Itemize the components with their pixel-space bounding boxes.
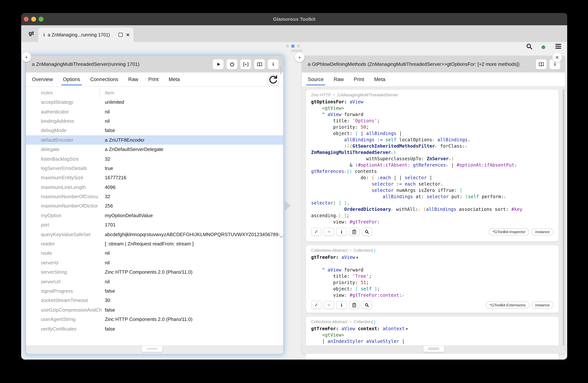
row-index-label: maximumNumberOfConcu: [26, 194, 105, 199]
row-item-value: false: [105, 307, 283, 313]
package-tag[interactable]: instance: [531, 301, 553, 308]
table-row[interactable]: serverIdnil: [26, 258, 283, 267]
row-index-label: debugMode: [26, 128, 105, 133]
tab-meta[interactable]: Meta: [374, 77, 385, 82]
table-row[interactable]: delegatea ZnDefaultServerDelegate: [26, 145, 283, 154]
breadcrumb[interactable]: Collections-Abstract>Collection{ }: [311, 319, 553, 325]
clipboard-button[interactable]: [349, 301, 359, 309]
search-icon[interactable]: [526, 43, 533, 50]
package-tag[interactable]: instance: [531, 228, 553, 235]
add-pane-left-button[interactable]: +: [21, 52, 31, 62]
table-row[interactable]: signalProgressfalse: [26, 286, 283, 296]
table-row[interactable]: maximumLineLength4096: [26, 182, 283, 192]
row-item-value: a ZnUTF8Encoder: [105, 137, 283, 143]
method-card: Zinc-HTTP>ZnManagingMultiThreadedServerg…: [306, 89, 559, 242]
table-row[interactable]: routenil: [26, 249, 283, 258]
play-button[interactable]: [213, 59, 224, 69]
close-pane-button[interactable]: ✕: [552, 52, 562, 62]
tab-meta[interactable]: Meta: [168, 77, 180, 82]
resize-handle[interactable]: [423, 345, 444, 352]
clipboard-button[interactable]: [349, 228, 359, 236]
left-pane-header: a ZnManagingMultiThreadedServer(running …: [26, 56, 283, 72]
row-item-value: abcdefghijklmnopqrstuvwxyzABCDEFGHIJKLMN…: [105, 232, 283, 237]
row-index-label: bindingAddress: [26, 118, 105, 124]
info-button[interactable]: i: [336, 228, 347, 236]
package-tag[interactable]: *GToolkit-Extensions: [486, 301, 529, 308]
tab-raw[interactable]: Raw: [128, 77, 138, 82]
close-icon[interactable]: ✕: [126, 32, 130, 37]
column-header-item: Item: [105, 90, 114, 95]
table-row[interactable]: socketStreamTimeout30: [26, 296, 283, 305]
resize-handle[interactable]: [141, 345, 163, 352]
pager-square-active[interactable]: [291, 45, 294, 48]
book-button[interactable]: [254, 59, 265, 69]
table-row[interactable]: queryKeyValueSafeSetabcdefghijklmnopqrst…: [26, 230, 283, 239]
main-tab[interactable]: i a ZnManaging...running 1701) ✕: [38, 27, 133, 42]
tab-print[interactable]: Print: [354, 77, 364, 82]
table-row[interactable]: port1701: [26, 220, 283, 230]
breadcrumb[interactable]: Zinc-HTTP>ZnManagingMultiThreadedServer: [311, 93, 553, 98]
check-button[interactable]: ✓: [311, 301, 321, 309]
right-pane-scrollbar[interactable]: [563, 89, 564, 346]
tab-raw[interactable]: Raw: [334, 77, 344, 82]
right-pane-footer: [302, 345, 565, 354]
add-pane-right-button[interactable]: +: [295, 52, 304, 62]
table-row[interactable]: authenticatornil: [26, 107, 283, 116]
tab-source[interactable]: Source: [308, 77, 324, 82]
tab-print[interactable]: Print: [148, 77, 159, 82]
refresh-button[interactable]: [268, 74, 279, 85]
menu-icon[interactable]: [555, 43, 562, 50]
search-button[interactable]: [362, 301, 372, 309]
right-pane-title: a GtPhlowDefiningMethods (ZnManagingMult…: [302, 61, 536, 67]
book-button[interactable]: [536, 59, 547, 69]
table-row[interactable]: defaultEncodera ZnUTF8Encoder: [26, 135, 283, 145]
table-row[interactable]: serverStringZinc HTTP Components 2.0 (Ph…: [26, 267, 283, 277]
table-row[interactable]: serverUrlnil: [26, 277, 283, 286]
power-button[interactable]: [226, 59, 237, 69]
table-row[interactable]: logServerErrorDetailstrue: [26, 163, 283, 173]
table-row[interactable]: bindingAddressnil: [26, 116, 283, 126]
minus-button[interactable]: −: [324, 228, 334, 236]
code-editor[interactable]: gtTreeFor: aView ▾ ^ aView forward title…: [311, 254, 553, 298]
search-button[interactable]: [362, 228, 372, 236]
minus-button[interactable]: −: [324, 301, 334, 309]
row-index-label: maximumEntitySize: [26, 175, 105, 181]
package-tag[interactable]: *GToolkit-Inspector: [489, 228, 529, 235]
table-row[interactable]: userAgentStringZinc HTTP Components 2.0 …: [26, 315, 283, 324]
pager-bar[interactable]: [291, 50, 303, 52]
table-row[interactable]: debugModefalse: [26, 126, 283, 135]
table-row[interactable]: useGzipCompressionAndChfalse: [26, 305, 283, 315]
table-row[interactable]: maximumEntitySize16777216: [26, 173, 283, 182]
row-item-value: myOptionDefaultValue: [105, 213, 283, 218]
tab-options[interactable]: Options: [63, 77, 80, 82]
table-row[interactable]: verifyCertificatesfalse: [26, 324, 283, 334]
expand-chevron-icon[interactable]: [285, 201, 291, 211]
method-cards: Zinc-HTTP>ZnManagingMultiThreadedServerg…: [306, 89, 559, 360]
column-divider[interactable]: [100, 88, 100, 97]
info-button[interactable]: i: [336, 301, 347, 309]
play-bracket-button[interactable]: [240, 59, 251, 69]
table-row[interactable]: listenBacklogSize32: [26, 154, 283, 164]
tab-overview[interactable]: Overview: [32, 77, 53, 82]
table-row[interactable]: acceptStrategyunlimited: [26, 97, 283, 107]
card-footer: ✓−i*GToolkit-Extensionsinstance: [311, 301, 553, 309]
pager-square[interactable]: [297, 45, 300, 48]
table-row[interactable]: myOptionmyOptionDefaultValue: [26, 211, 283, 220]
table-row[interactable]: reader[ :stream | ZnRequest readFrom: st…: [26, 239, 283, 249]
tab-label: a ZnManaging...running 1701): [48, 32, 117, 37]
window-title: Glamorous Toolkit: [21, 13, 567, 25]
check-button[interactable]: ✓: [311, 228, 321, 236]
info-button[interactable]: i: [268, 59, 279, 69]
pager-square[interactable]: [286, 45, 289, 48]
tab-connections[interactable]: Connections: [90, 77, 118, 82]
table-scrollbar[interactable]: [280, 66, 281, 74]
left-pane-footer: [26, 345, 283, 354]
methods-pane: a GtPhlowDefiningMethods (ZnManagingMult…: [302, 56, 565, 354]
code-editor[interactable]: gtOptionsFor: aView <gtView> ^ aView for…: [311, 99, 553, 225]
row-index-label: listenBacklogSize: [26, 156, 105, 162]
table-row[interactable]: maximumNumberOfConcu32: [26, 192, 283, 201]
row-item-value: nil: [105, 118, 283, 124]
breadcrumb[interactable]: Collections-Abstract>Collection{ }: [311, 248, 553, 254]
table-row[interactable]: maximumNumberOfDictior256: [26, 201, 283, 211]
pin-square-icon[interactable]: [119, 33, 123, 37]
